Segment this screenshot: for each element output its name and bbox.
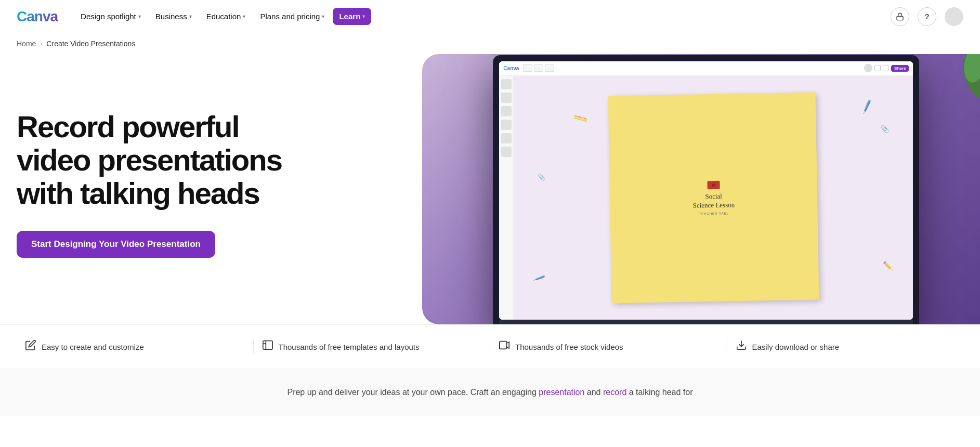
feature-templates: Thousands of free templates and layouts	[253, 339, 490, 354]
start-designing-button[interactable]: Start Designing Your Video Presentation	[17, 231, 215, 258]
svg-rect-0	[897, 16, 903, 20]
main-nav: Canva Design spotlight ▾ Business ▾ Educ…	[0, 0, 980, 33]
laptop-mockup: Canva Share	[493, 55, 919, 324]
help-icon-button[interactable]: ?	[918, 7, 936, 26]
lock-icon	[896, 12, 904, 21]
nav-items: Design spotlight ▾ Business ▾ Education …	[74, 8, 891, 25]
sidebar-tool-1	[501, 79, 512, 89]
chevron-down-icon: ▾	[322, 14, 324, 19]
nav-logo[interactable]: Canva	[17, 8, 58, 25]
hero-section: Record powerful video presentations with…	[0, 54, 980, 324]
editor-top-right: Share	[864, 64, 909, 72]
presentation-link[interactable]: presentation	[539, 388, 584, 397]
nav-item-learn[interactable]: Learn ▾	[333, 8, 371, 25]
breadcrumb: Home › Create Video Presentations	[0, 33, 980, 54]
nav-right-icons: ?	[891, 7, 963, 26]
feature-easy-create: Easy to create and customize	[17, 339, 253, 354]
chevron-down-icon: ▾	[243, 14, 245, 19]
question-mark-icon: ?	[924, 12, 929, 21]
breadcrumb-home-link[interactable]: Home	[17, 40, 36, 48]
sidebar-tool-5	[501, 133, 512, 143]
feature-download-share-label: Easily download or share	[752, 343, 840, 351]
edit-icon	[25, 339, 36, 354]
lock-icon-button[interactable]	[891, 7, 909, 26]
editor-top-bar: Canva Share	[499, 61, 913, 76]
breadcrumb-current-page: Create Video Presentations	[46, 40, 135, 48]
svg-rect-6	[500, 341, 507, 349]
editor-canvas: 📏 🖊️ 📌 🖊️ 📎 📎 ✏️	[514, 76, 913, 320]
share-button: Share	[891, 65, 909, 72]
nav-item-business[interactable]: Business ▾	[149, 8, 198, 25]
breadcrumb-separator: ›	[40, 40, 42, 47]
hero-content: Record powerful video presentations with…	[17, 110, 339, 257]
record-link[interactable]: record	[603, 388, 626, 397]
feature-stock-videos: Thousands of free stock videos	[490, 339, 727, 354]
sidebar-tool-4	[501, 120, 512, 130]
chevron-down-icon: ▾	[138, 14, 141, 19]
paperclip-right: 📎	[880, 125, 889, 133]
video-icon	[499, 339, 510, 354]
download-icon	[736, 339, 747, 354]
editor-sidebar	[499, 76, 514, 320]
slide-author: TEACHER YAEL	[699, 212, 728, 215]
sidebar-tool-6	[501, 147, 512, 157]
laptop-body: Canva Share	[493, 55, 919, 324]
ruler-red-decoration: 📏	[571, 110, 589, 127]
hero-title: Record powerful video presentations with…	[17, 110, 339, 209]
hero-background: Canva Share	[422, 54, 980, 324]
sidebar-tool-2	[501, 93, 512, 103]
feature-templates-label: Thousands of free templates and layouts	[279, 343, 420, 351]
chevron-down-icon: ▾	[362, 14, 365, 19]
avatar[interactable]	[945, 7, 963, 26]
slide-title: Social Science Lesson	[692, 192, 735, 210]
hero-image: Canva Share	[422, 54, 980, 324]
chevron-down-icon: ▾	[189, 14, 192, 19]
svg-rect-3	[263, 341, 272, 350]
pencil-decoration: ✏️	[883, 261, 893, 271]
paperclip-left: 📎	[538, 174, 545, 181]
editor-logo: Canva	[503, 65, 519, 71]
features-bar: Easy to create and customize Thousands o…	[0, 324, 980, 369]
feature-stock-videos-label: Thousands of free stock videos	[515, 343, 623, 351]
nav-item-design-spotlight[interactable]: Design spotlight ▾	[74, 8, 147, 25]
plant-decoration	[938, 54, 980, 150]
nav-item-education[interactable]: Education ▾	[200, 8, 252, 25]
feature-download-share: Easily download or share	[727, 339, 964, 354]
templates-icon	[262, 339, 273, 354]
laptop-screen: Canva Share	[499, 61, 913, 320]
pen-decoration: 🖊️	[858, 98, 875, 114]
nav-item-plans-pricing[interactable]: Plans and pricing ▾	[254, 8, 331, 25]
ruler-blue-decoration: 🖊️	[532, 271, 546, 285]
slide-sticky-note: Social Science Lesson TEACHER YAEL	[608, 92, 819, 303]
laptop-bottom-bezel	[499, 320, 913, 324]
bottom-teaser-section: Prep up and deliver your ideas at your o…	[0, 369, 980, 416]
canva-logo-text: Canva	[17, 8, 58, 24]
bottom-teaser-text: Prep up and deliver your ideas at your o…	[282, 386, 698, 399]
sidebar-tool-3	[501, 106, 512, 116]
feature-easy-create-label: Easy to create and customize	[42, 343, 144, 351]
editor-main-area: 📏 🖊️ 📌 🖊️ 📎 📎 ✏️	[499, 76, 913, 320]
